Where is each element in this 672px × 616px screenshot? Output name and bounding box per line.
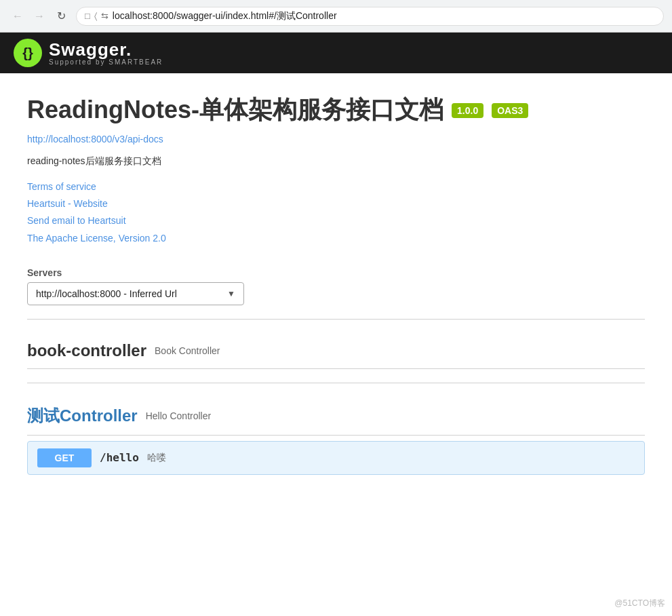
license-link[interactable]: The Apache License, Version 2.0 xyxy=(27,230,645,247)
page-icon: 〈 xyxy=(94,11,97,22)
browser-chrome: ← → ↻ □ 〈 ⇆ localhost:8000/swagger-ui/in… xyxy=(0,0,672,33)
forward-button[interactable]: → xyxy=(30,7,49,26)
network-icon: ⇆ xyxy=(101,11,108,21)
email-link[interactable]: Send email to Heartsuit xyxy=(27,212,645,229)
oas-badge: OAS3 xyxy=(492,103,528,118)
version-badge: 1.0.0 xyxy=(452,103,483,118)
endpoint-summary: 哈喽 xyxy=(147,452,166,464)
swagger-header: {} Swagger. Supported by SMARTBEAR xyxy=(0,33,672,73)
endpoint-get-hello[interactable]: GET /hello 哈喽 xyxy=(27,441,645,475)
book-controller-header[interactable]: book-controller Book Controller xyxy=(27,333,645,369)
servers-label: Servers xyxy=(27,267,645,278)
book-controller-desc: Book Controller xyxy=(155,345,220,356)
controllers-section: book-controller Book Controller 测试Contro… xyxy=(27,333,645,475)
controller-divider xyxy=(27,383,645,383)
api-title: ReadingNotes-单体架构服务接口文档 xyxy=(27,94,443,127)
test-controller-header[interactable]: 测试Controller Hello Controller xyxy=(27,397,645,436)
servers-select[interactable]: http://localhost:8000 - Inferred Url ▼ xyxy=(27,282,244,305)
endpoint-path: /hello xyxy=(100,451,139,464)
chevron-down-icon: ▼ xyxy=(227,289,235,299)
address-text: localhost:8000/swagger-ui/index.html#/测试… xyxy=(113,10,655,22)
servers-section: Servers http://localhost:8000 - Inferred… xyxy=(27,267,645,305)
book-controller-block: book-controller Book Controller xyxy=(27,333,645,369)
method-badge-get: GET xyxy=(37,448,92,467)
test-controller-block: 测试Controller Hello Controller GET /hello… xyxy=(27,397,645,475)
main-content: ReadingNotes-单体架构服务接口文档 1.0.0 OAS3 http:… xyxy=(0,73,672,502)
servers-select-text: http://localhost:8000 - Inferred Url xyxy=(36,288,177,299)
swagger-logo-text: Swagger. Supported by SMARTBEAR xyxy=(49,41,163,66)
swagger-supported: Supported by SMARTBEAR xyxy=(49,58,163,66)
api-description: reading-notes后端服务接口文档 xyxy=(27,155,645,168)
security-icon: □ xyxy=(85,11,90,21)
swagger-icon: {} xyxy=(14,39,42,67)
api-title-row: ReadingNotes-单体架构服务接口文档 1.0.0 OAS3 xyxy=(27,94,645,127)
test-controller-name: 测试Controller xyxy=(27,405,138,427)
api-docs-link[interactable]: http://localhost:8000/v3/api-docs xyxy=(27,134,645,145)
book-controller-name: book-controller xyxy=(27,341,146,360)
api-links: Terms of service Heartsuit - Website Sen… xyxy=(27,178,645,247)
terms-of-service-link[interactable]: Terms of service xyxy=(27,178,645,195)
swagger-logo: {} Swagger. Supported by SMARTBEAR xyxy=(14,39,163,67)
reload-button[interactable]: ↻ xyxy=(52,7,71,26)
address-bar[interactable]: □ 〈 ⇆ localhost:8000/swagger-ui/index.ht… xyxy=(76,7,664,26)
swagger-name: Swagger. xyxy=(49,41,163,58)
nav-buttons: ← → ↻ xyxy=(8,7,71,26)
section-divider xyxy=(27,319,645,320)
back-button[interactable]: ← xyxy=(8,7,27,26)
test-controller-desc: Hello Controller xyxy=(146,410,211,421)
website-link[interactable]: Heartsuit - Website xyxy=(27,195,645,212)
